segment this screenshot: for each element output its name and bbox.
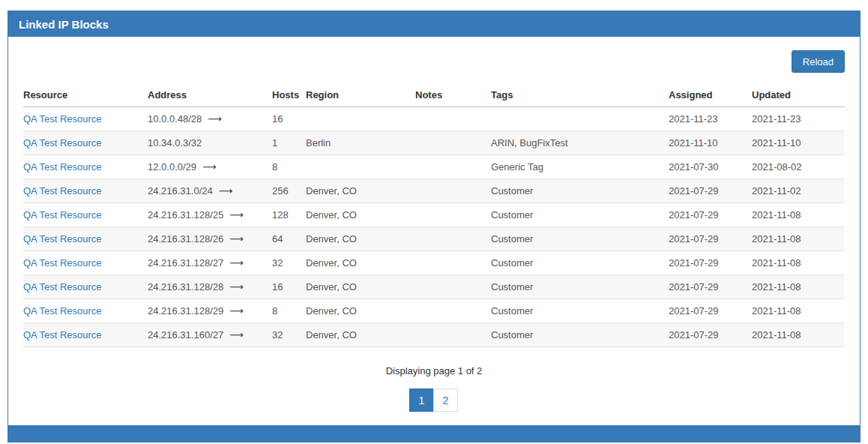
address-text: 12.0.0.0/29 — [148, 161, 196, 172]
resource-cell: QA Test Resource — [23, 107, 148, 131]
goto-block-arrow-icon[interactable]: ⟶ — [229, 281, 244, 292]
assigned-cell: 2021-07-29 — [669, 299, 752, 323]
updated-cell: 2021-11-08 — [752, 299, 845, 323]
column-header-notes: Notes — [415, 83, 491, 107]
table-row: QA Test Resource24.216.31.128/26⟶64Denve… — [23, 227, 845, 251]
resource-link[interactable]: QA Test Resource — [23, 233, 102, 244]
goto-block-arrow-icon[interactable]: ⟶ — [229, 233, 244, 244]
region-cell: Denver, CO — [306, 179, 415, 203]
address-text: 24.216.31.128/25 — [148, 209, 223, 220]
region-cell — [306, 155, 415, 179]
goto-block-arrow-icon[interactable]: ⟶ — [219, 185, 233, 196]
goto-block-arrow-icon[interactable]: ⟶ — [229, 305, 244, 316]
resource-link[interactable]: QA Test Resource — [23, 185, 102, 196]
reload-button[interactable]: Reload — [792, 50, 845, 73]
assigned-cell: 2021-07-29 — [669, 323, 752, 347]
address-cell: 24.216.31.128/28⟶ — [148, 275, 272, 299]
notes-cell — [415, 251, 491, 275]
assigned-cell: 2021-11-10 — [669, 131, 752, 155]
resource-link[interactable]: QA Test Resource — [23, 305, 102, 316]
address-cell: 24.216.31.128/27⟶ — [148, 251, 272, 275]
resource-link[interactable]: QA Test Resource — [23, 329, 102, 340]
notes-cell — [415, 323, 491, 347]
hosts-cell: 256 — [272, 179, 306, 203]
page-button-1[interactable]: 1 — [409, 388, 434, 412]
goto-block-arrow-icon[interactable]: ⟶ — [202, 161, 217, 172]
resource-link[interactable]: QA Test Resource — [23, 257, 102, 268]
resource-cell: QA Test Resource — [23, 227, 148, 251]
resource-link[interactable]: QA Test Resource — [23, 209, 102, 220]
tags-cell: Customer — [491, 203, 669, 227]
panel-body: Reload ResourceAddressHostsRegionNotesTa… — [8, 37, 860, 425]
address-text: 24.216.31.128/26 — [148, 233, 223, 244]
resource-link[interactable]: QA Test Resource — [23, 137, 102, 148]
tags-cell — [491, 107, 669, 131]
ip-blocks-table: ResourceAddressHostsRegionNotesTagsAssig… — [23, 83, 845, 347]
updated-cell: 2021-11-02 — [752, 179, 845, 203]
tags-cell: Customer — [491, 275, 669, 299]
region-cell: Denver, CO — [306, 203, 415, 227]
tags-cell: Customer — [491, 323, 669, 347]
updated-cell: 2021-11-23 — [752, 107, 845, 131]
tags-cell: Customer — [491, 179, 669, 203]
resource-cell: QA Test Resource — [23, 251, 148, 275]
resource-cell: QA Test Resource — [23, 299, 148, 323]
page-button-2[interactable]: 2 — [433, 388, 458, 412]
region-cell: Berlin — [306, 131, 415, 155]
address-cell: 24.216.31.128/25⟶ — [148, 203, 272, 227]
address-cell: 10.0.0.48/28⟶ — [148, 107, 272, 131]
pagination: 1 2 — [23, 388, 845, 412]
resource-cell: QA Test Resource — [23, 179, 148, 203]
assigned-cell: 2021-07-29 — [669, 275, 752, 299]
updated-cell: 2021-08-02 — [752, 155, 845, 179]
resource-link[interactable]: QA Test Resource — [23, 161, 102, 172]
column-header-updated: Updated — [752, 83, 845, 107]
table-row: QA Test Resource24.216.31.128/29⟶8Denver… — [23, 299, 845, 323]
notes-cell — [415, 299, 491, 323]
address-cell: 24.216.31.0/24⟶ — [148, 179, 272, 203]
tags-cell: Customer — [491, 299, 669, 323]
assigned-cell: 2021-11-23 — [669, 107, 752, 131]
notes-cell — [415, 203, 491, 227]
updated-cell: 2021-11-08 — [752, 275, 845, 299]
column-header-assigned: Assigned — [669, 83, 752, 107]
goto-block-arrow-icon[interactable]: ⟶ — [208, 113, 222, 124]
address-text: 24.216.31.0/24 — [148, 185, 213, 196]
updated-cell: 2021-11-08 — [752, 323, 845, 347]
address-text: 24.216.31.128/27 — [148, 257, 223, 268]
tags-cell: Customer — [491, 251, 669, 275]
resource-link[interactable]: QA Test Resource — [23, 113, 102, 124]
panel-footer — [8, 425, 860, 442]
column-header-tags: Tags — [491, 83, 669, 107]
tags-cell: Customer — [491, 227, 669, 251]
address-cell: 24.216.31.128/26⟶ — [148, 227, 272, 251]
hosts-cell: 8 — [272, 299, 306, 323]
tags-cell: Generic Tag — [491, 155, 669, 179]
address-text: 10.34.0.3/32 — [148, 137, 202, 148]
table-row: QA Test Resource24.216.31.128/25⟶128Denv… — [23, 203, 845, 227]
table-row: QA Test Resource12.0.0.0/29⟶8Generic Tag… — [23, 155, 845, 179]
goto-block-arrow-icon[interactable]: ⟶ — [229, 329, 244, 340]
notes-cell — [415, 275, 491, 299]
panel-title: Linked IP Blocks — [19, 18, 109, 31]
paging-status: Displaying page 1 of 2 — [23, 365, 845, 376]
updated-cell: 2021-11-08 — [752, 227, 845, 251]
updated-cell: 2021-11-08 — [752, 251, 845, 275]
resource-cell: QA Test Resource — [23, 323, 148, 347]
address-cell: 12.0.0.0/29⟶ — [148, 155, 272, 179]
column-header-address: Address — [148, 83, 272, 107]
resource-cell: QA Test Resource — [23, 203, 148, 227]
resource-link[interactable]: QA Test Resource — [23, 281, 102, 292]
region-cell — [306, 107, 415, 131]
assigned-cell: 2021-07-29 — [669, 179, 752, 203]
goto-block-arrow-icon[interactable]: ⟶ — [229, 209, 244, 220]
address-cell: 24.216.31.128/29⟶ — [148, 299, 272, 323]
region-cell: Denver, CO — [306, 275, 415, 299]
resource-cell: QA Test Resource — [23, 275, 148, 299]
table-row: QA Test Resource24.216.31.128/27⟶32Denve… — [23, 251, 845, 275]
assigned-cell: 2021-07-29 — [669, 203, 752, 227]
resource-cell: QA Test Resource — [23, 131, 148, 155]
address-cell: 10.34.0.3/32 — [148, 131, 272, 155]
goto-block-arrow-icon[interactable]: ⟶ — [229, 257, 244, 268]
assigned-cell: 2021-07-30 — [669, 155, 752, 179]
